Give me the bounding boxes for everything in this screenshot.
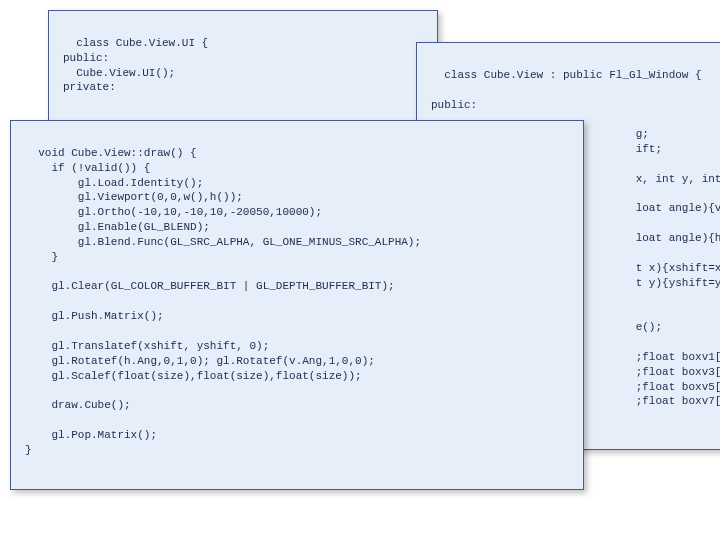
code-card-draw-method: void Cube.View::draw() { if (!valid()) {…: [10, 120, 584, 490]
code-text: void Cube.View::draw() { if (!valid()) {…: [25, 147, 421, 456]
